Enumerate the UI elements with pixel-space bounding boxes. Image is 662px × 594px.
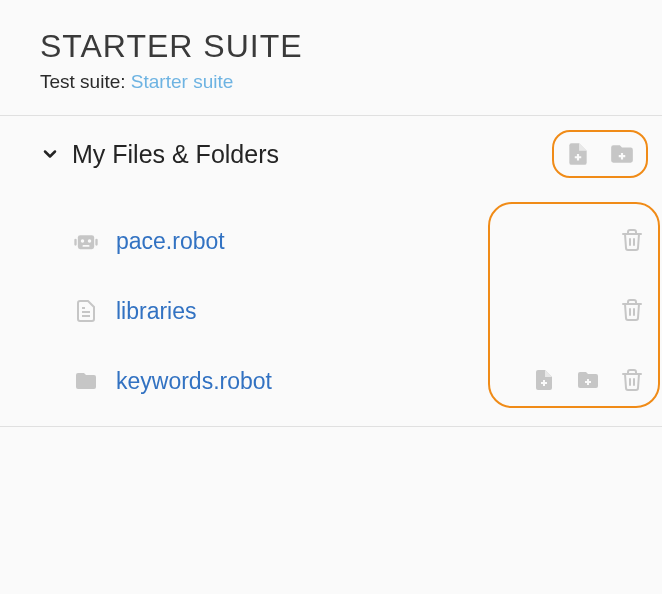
list-item[interactable]: pace.robot bbox=[70, 206, 648, 276]
folder-icon bbox=[70, 365, 102, 397]
robot-icon bbox=[70, 225, 102, 257]
svg-point-4 bbox=[88, 239, 92, 243]
breadcrumb: Test suite: Starter suite bbox=[40, 71, 622, 93]
toolbar-highlight bbox=[552, 130, 648, 178]
svg-rect-1 bbox=[74, 239, 76, 246]
page-title: STARTER SUITE bbox=[40, 28, 622, 65]
delete-button[interactable] bbox=[614, 222, 650, 258]
list-item[interactable]: libraries bbox=[70, 276, 648, 346]
breadcrumb-link[interactable]: Starter suite bbox=[131, 71, 233, 92]
breadcrumb-label: Test suite: bbox=[40, 71, 131, 92]
svg-point-3 bbox=[81, 239, 85, 243]
svg-rect-0 bbox=[78, 235, 94, 249]
file-list: pace.robot libraries keywords.robot bbox=[0, 192, 662, 426]
delete-button[interactable] bbox=[614, 292, 650, 328]
file-name[interactable]: libraries bbox=[116, 298, 197, 325]
section-header[interactable]: My Files & Folders bbox=[0, 116, 662, 192]
new-folder-button[interactable] bbox=[604, 136, 640, 172]
svg-rect-5 bbox=[83, 245, 90, 247]
new-file-button[interactable] bbox=[560, 136, 596, 172]
chevron-down-icon bbox=[38, 142, 62, 166]
new-file-button[interactable] bbox=[526, 362, 562, 398]
row-actions bbox=[526, 362, 650, 398]
file-text-icon bbox=[70, 295, 102, 327]
files-section: My Files & Folders pace.robot bbox=[0, 116, 662, 427]
new-folder-button[interactable] bbox=[570, 362, 606, 398]
svg-rect-2 bbox=[95, 239, 97, 246]
file-name[interactable]: pace.robot bbox=[116, 228, 225, 255]
row-actions bbox=[614, 292, 650, 328]
file-panel: STARTER SUITE Test suite: Starter suite … bbox=[0, 0, 662, 594]
section-title: My Files & Folders bbox=[72, 140, 552, 169]
row-actions bbox=[614, 222, 650, 258]
panel-header: STARTER SUITE Test suite: Starter suite bbox=[0, 0, 662, 116]
delete-button[interactable] bbox=[614, 362, 650, 398]
file-name[interactable]: keywords.robot bbox=[116, 368, 272, 395]
